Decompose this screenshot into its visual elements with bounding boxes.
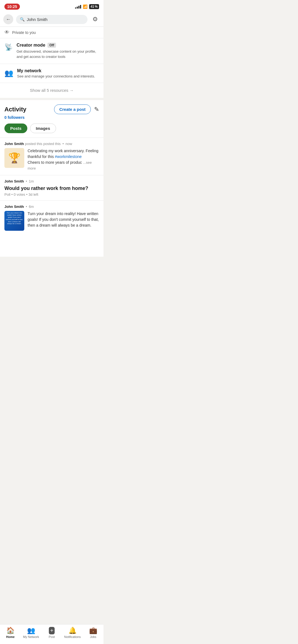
activity-header: Activity Create a post ✎	[4, 104, 99, 114]
activity-title: Activity	[4, 106, 26, 113]
creator-title-row: Creator mode Off	[17, 43, 99, 48]
my-network-content: My network See and manage your connectio…	[17, 68, 95, 78]
my-network-icon: 👥	[4, 69, 13, 77]
poll-post-item[interactable]: John Smith • 1m Would you rather work fr…	[0, 175, 103, 200]
tab-images[interactable]: Images	[30, 124, 56, 133]
create-post-button[interactable]: Create a post	[54, 104, 91, 114]
show-all-resources[interactable]: Show all 5 resources →	[0, 83, 103, 100]
creator-mode-row[interactable]: 📡 Creator mode Off Get discovered, showc…	[0, 38, 103, 64]
post-thumbnail: Turn your dream into reality! Have writt…	[4, 211, 24, 231]
nav-label-notifications: Notifications	[64, 635, 81, 638]
post-action-text: posted this	[43, 142, 61, 146]
post-body: Turn your dream into reality! Have writt…	[4, 211, 99, 231]
nav-item-jobs[interactable]: 💼 Jobs	[85, 627, 102, 638]
activity-tabs: Posts Images	[0, 124, 103, 133]
post-icon: +	[49, 627, 55, 634]
post-meta: John Smith posted this posted this • now	[4, 142, 99, 146]
my-network-nav-icon: 👥	[27, 627, 35, 634]
private-row: 👁 Private to you	[0, 27, 103, 38]
home-icon: 🏠	[6, 627, 15, 634]
post-time: now	[66, 142, 72, 146]
nav-item-notifications[interactable]: 🔔 Notifications	[64, 627, 81, 638]
creator-mode-title: Creator mode	[17, 43, 45, 48]
post-body: 🏆 Celebrating my work anniversary. Feeli…	[4, 148, 99, 171]
settings-button[interactable]: ⚙	[90, 14, 100, 24]
notifications-icon: 🔔	[68, 627, 77, 634]
poster-name: John Smith	[4, 179, 24, 183]
search-bar[interactable]: 🔍 John Smith	[16, 15, 87, 24]
poll-title: Would you rather work from home?	[4, 186, 99, 191]
post-time: 6m	[29, 205, 34, 209]
eye-icon: 👁	[4, 29, 9, 35]
activity-header-actions: Create a post ✎	[54, 104, 99, 114]
post-meta: John Smith • 1m	[4, 179, 99, 183]
private-text: Private to you	[12, 30, 36, 35]
wifi-icon: 📶	[83, 4, 87, 9]
poster-name: John Smith	[4, 142, 24, 146]
nav-label-home: Home	[6, 635, 15, 638]
nav-label-my-network: My Network	[23, 635, 39, 638]
post-time: 1m	[29, 179, 34, 183]
battery-icon: 41%	[89, 4, 99, 9]
creator-mode-description: Get discovered, showcase content on your…	[17, 49, 96, 59]
creator-mode-icon: 📡	[4, 43, 13, 51]
my-network-title: My network	[17, 68, 95, 73]
nav-label-post: Post	[49, 635, 55, 638]
poll-meta: Poll • 0 votes • 3d left	[4, 192, 99, 197]
content-area: 👁 Private to you 📡 Creator mode Off Get …	[0, 27, 103, 257]
post-thumbnail: 🏆	[4, 148, 24, 168]
jobs-icon: 💼	[89, 627, 97, 634]
post-action: posted this	[25, 142, 42, 146]
activity-section: Activity Create a post ✎ 0 followers	[0, 100, 103, 120]
thumbnail-text: Turn your dream into reality! Have writt…	[6, 212, 23, 225]
followers-link[interactable]: 0 followers	[4, 115, 99, 120]
status-time: 10:25	[4, 4, 20, 10]
tab-posts[interactable]: Posts	[4, 124, 27, 133]
post-meta: John Smith • 6m	[4, 205, 99, 209]
my-network-row[interactable]: 👥 My network See and manage your connect…	[0, 64, 103, 83]
bottom-nav: 🏠 Home 👥 My Network + Post 🔔 Notificatio…	[0, 624, 103, 644]
nav-item-home[interactable]: 🏠 Home	[2, 627, 19, 638]
post-text: Turn your dream into reality! Have writt…	[28, 211, 99, 231]
poster-name: John Smith	[4, 205, 24, 209]
hashtag[interactable]: #workmilestone	[55, 154, 82, 159]
back-button[interactable]: ←	[3, 14, 13, 24]
my-network-description: See and manage your connections and inte…	[17, 74, 95, 78]
post-text: Celebrating my work anniversary. Feeling…	[28, 148, 99, 171]
header: ← 🔍 John Smith ⚙	[0, 12, 103, 27]
gear-icon: ⚙	[92, 16, 98, 23]
back-icon: ←	[6, 17, 11, 22]
nav-item-post[interactable]: + Post	[44, 627, 60, 638]
nav-label-jobs: Jobs	[90, 635, 96, 638]
nav-item-my-network[interactable]: 👥 My Network	[23, 627, 39, 638]
search-icon: 🔍	[20, 17, 25, 22]
creator-mode-badge: Off	[47, 43, 56, 48]
show-all-text: Show all 5 resources →	[30, 88, 73, 93]
status-icons: 📶 41%	[75, 4, 99, 9]
post-item[interactable]: John Smith • 6m Turn your dream into rea…	[0, 200, 103, 235]
signal-icon	[75, 5, 81, 9]
post-item[interactable]: John Smith posted this posted this • now…	[0, 138, 103, 175]
search-value: John Smith	[27, 17, 47, 22]
edit-button[interactable]: ✎	[94, 106, 99, 113]
creator-mode-content: Creator mode Off Get discovered, showcas…	[17, 43, 99, 59]
status-bar: 10:25 📶 41%	[0, 0, 103, 12]
